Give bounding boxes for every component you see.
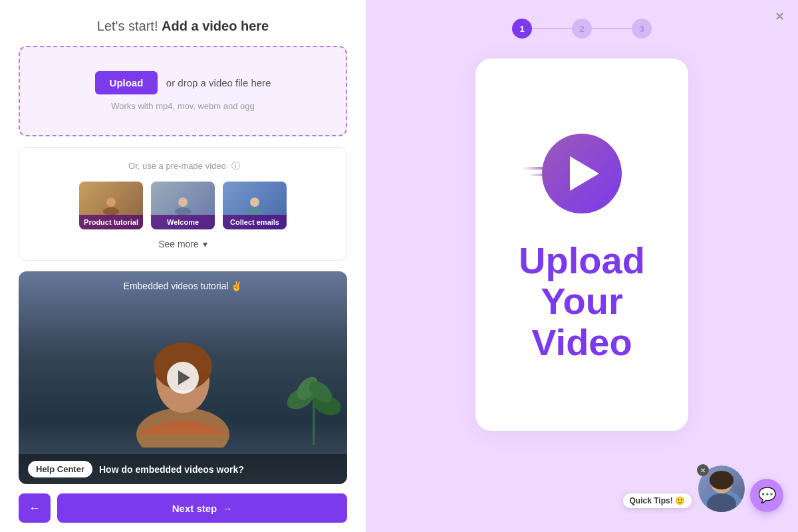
premade-section: Or, use a pre-made video ⓘ Product tutor… [19,147,347,261]
quick-tips-badge: Quick Tips! 🙂 [623,493,692,508]
upload-line1: Upload [519,240,645,281]
quick-tips-close-button[interactable]: ✕ [697,464,709,476]
see-more-row[interactable]: See more ▾ [33,239,333,249]
upload-or-text: or drop a video file here [166,77,271,88]
left-panel: Let's start! Add a video here Upload or … [0,0,366,532]
chat-button[interactable]: 💬 [750,479,783,512]
upload-dropzone[interactable]: Upload or drop a video file here Works w… [19,46,347,136]
thumbnail-product[interactable]: Product tutorial [79,182,143,229]
upload-hint: Works with mp4, mov, webm and ogg [33,101,332,111]
premade-info-icon[interactable]: ⓘ [231,161,240,171]
right-panel: ✕ 1 2 3 Upload Your Video [366,0,798,532]
upload-your-video-text: Upload Your Video [519,240,645,363]
header-bold: Add a video here [162,19,269,33]
step-3-circle[interactable]: 3 [632,19,652,39]
next-step-label: Next step [172,503,217,514]
upload-line2: Your [519,281,645,322]
next-arrow-icon: → [222,503,232,514]
step-indicator: 1 2 3 [512,19,652,39]
page-header: Let's start! Add a video here [0,0,366,46]
bottom-nav: ← Next step → [0,484,366,532]
chat-icon: 💬 [758,487,776,504]
svg-point-2 [178,198,188,207]
step-line-2-3 [592,28,632,29]
back-button[interactable]: ← [19,493,51,523]
close-button[interactable]: ✕ [775,11,785,23]
step-1-circle[interactable]: 1 [512,19,532,39]
see-more-text: See more [158,239,199,249]
tutorial-section[interactable]: Embedded videos tutorial ✌️ [19,271,347,484]
tutorial-question: How do embedded videos work? [99,464,244,475]
premade-title-text: Or, use a pre-made video [128,161,226,171]
premade-title: Or, use a pre-made video ⓘ [33,160,333,172]
header-prefix: Let's start! [97,19,158,33]
upload-button[interactable]: Upload [95,71,158,94]
video-thumbnails: Product tutorial Welcome Collect emails [33,182,333,229]
big-play-icon [542,134,622,213]
svg-point-4 [250,198,259,207]
thumb-welcome-label: Welcome [151,215,215,229]
tutorial-play-button[interactable] [167,362,199,394]
preview-card: Upload Your Video [475,59,688,431]
back-arrow-icon: ← [29,501,41,515]
thumb-product-label: Product tutorial [79,215,143,229]
step-line-1-2 [532,28,572,29]
chevron-down-icon: ▾ [203,239,207,249]
thumb-collect-label: Collect emails [223,215,287,229]
svg-point-0 [106,198,116,207]
help-center-badge[interactable]: Help Center [28,461,92,477]
tutorial-bottom-bar: Help Center How do embedded videos work? [19,454,347,484]
svg-point-17 [710,471,733,489]
upload-line3: Video [519,322,645,363]
thumbnail-collect[interactable]: Collect emails [223,182,287,229]
preview-play-container [535,127,628,220]
tutorial-label: Embedded videos tutorial ✌️ [124,281,243,291]
quick-tips-widget: ✕ Quick Tips! 🙂 [698,466,745,512]
thumbnail-welcome[interactable]: Welcome [151,182,215,229]
step-2-circle[interactable]: 2 [572,19,592,39]
next-step-button[interactable]: Next step → [57,493,347,523]
